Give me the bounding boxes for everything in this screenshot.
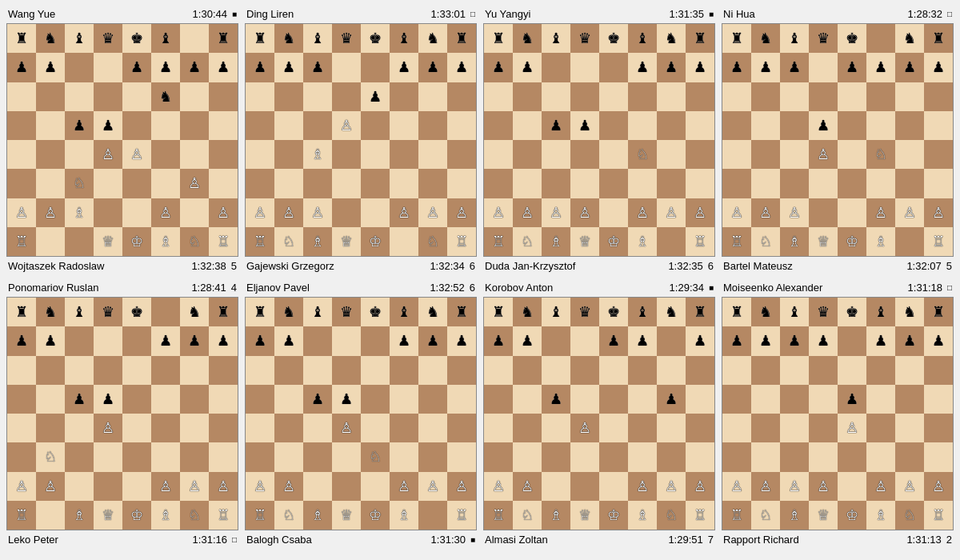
square-1-0: ♟ xyxy=(484,326,513,355)
square-7-5: ♗ xyxy=(151,227,180,256)
square-6-0: ♙ xyxy=(722,472,751,501)
square-4-5: ♘ xyxy=(628,140,657,169)
square-0-4: ♚ xyxy=(838,24,866,53)
square-5-4 xyxy=(599,442,628,471)
square-2-1 xyxy=(36,82,65,111)
game-cell-5: Ponomariov Ruslan1:28:414♜♞♝♛♚♞♜♟♟♟♟♟♟♟♙… xyxy=(6,280,238,547)
square-3-0 xyxy=(246,385,274,414)
square-3-4 xyxy=(599,111,628,140)
square-5-1 xyxy=(751,442,780,471)
square-3-2: ♟ xyxy=(542,111,570,140)
square-6-7: ♙ xyxy=(924,472,953,501)
square-6-3 xyxy=(94,472,122,501)
square-5-5 xyxy=(151,442,180,471)
square-0-3: ♛ xyxy=(94,298,122,326)
square-5-3 xyxy=(809,169,838,198)
square-1-5: ♟ xyxy=(151,326,180,355)
square-1-5: ♟ xyxy=(151,53,180,82)
square-5-2 xyxy=(780,442,809,471)
white-indicator: ■ xyxy=(709,283,714,292)
square-6-7: ♙ xyxy=(447,198,476,227)
square-7-0: ♖ xyxy=(484,501,513,530)
square-1-1: ♟ xyxy=(513,53,542,82)
square-6-4 xyxy=(838,472,866,501)
square-3-5 xyxy=(628,111,657,140)
square-4-3: ♙ xyxy=(570,414,599,442)
square-2-7 xyxy=(447,82,476,111)
square-2-1 xyxy=(274,82,303,111)
square-6-7: ♙ xyxy=(686,472,714,501)
square-7-1: ♘ xyxy=(513,501,542,530)
square-6-1: ♙ xyxy=(751,198,780,227)
square-3-0 xyxy=(722,385,751,414)
square-0-1: ♞ xyxy=(274,24,303,53)
white-player-info: 1:29:34■ xyxy=(670,282,714,294)
square-4-1 xyxy=(36,414,65,442)
black-player-info: 1:31:132 xyxy=(906,534,952,546)
square-4-2 xyxy=(542,140,570,169)
game-header-2: Ding Liren1:33:01□ xyxy=(245,6,477,23)
chess-board: ♜♞♝♛♚♝♞♜♟♟♟♟♟♟♟♙♘♙♙♙♙♙♖♘♗♕♔♗♖ xyxy=(245,297,477,530)
square-3-4: ♟ xyxy=(838,385,866,414)
square-1-0: ♟ xyxy=(246,326,274,355)
square-2-7 xyxy=(447,356,476,385)
chess-board: ♜♞♝♛♚♝♞♜♟♟♟♟♟♟♟♟♙♙♙♙♙♙♙♙♖♘♗♕♔♗♘♖ xyxy=(722,297,954,530)
square-7-6: ♘ xyxy=(180,501,209,530)
game-header-5: Ponomariov Ruslan1:28:414 xyxy=(6,280,238,297)
square-5-7 xyxy=(209,169,238,198)
square-6-0: ♙ xyxy=(246,472,274,501)
square-6-4 xyxy=(361,472,390,501)
square-4-1 xyxy=(513,414,542,442)
square-3-4 xyxy=(122,111,151,140)
square-7-0: ♖ xyxy=(246,227,274,256)
square-3-2 xyxy=(780,111,809,140)
square-5-2: ♘ xyxy=(65,169,94,198)
square-4-5: ♘ xyxy=(866,140,895,169)
square-6-4 xyxy=(122,472,151,501)
square-5-2 xyxy=(542,442,570,471)
square-6-3 xyxy=(570,472,599,501)
square-3-3: ♟ xyxy=(809,111,838,140)
square-2-5 xyxy=(866,356,895,385)
game-cell-8: Moiseenko Alexander1:31:18□♜♞♝♛♚♝♞♜♟♟♟♟♟… xyxy=(722,280,954,547)
square-3-5 xyxy=(390,385,418,414)
square-5-0 xyxy=(7,442,36,471)
square-3-3: ♟ xyxy=(332,385,361,414)
square-7-1: ♘ xyxy=(513,227,542,256)
square-0-7: ♜ xyxy=(209,24,238,53)
square-0-6: ♞ xyxy=(895,24,924,53)
square-5-7 xyxy=(924,442,953,471)
black-moves: 7 xyxy=(708,534,714,546)
square-2-0 xyxy=(246,82,274,111)
square-5-5 xyxy=(866,442,895,471)
chess-board: ♜♞♝♛♚♝♜♟♟♟♟♟♟♞♟♟♙♙♘♙♙♙♗♙♙♖♕♔♗♘♖ xyxy=(6,23,238,257)
square-4-6 xyxy=(657,140,686,169)
square-1-5: ♟ xyxy=(390,53,418,82)
square-0-6: ♞ xyxy=(657,298,686,326)
square-6-1: ♙ xyxy=(274,198,303,227)
white-player-info: 1:31:35■ xyxy=(670,8,714,20)
square-6-4 xyxy=(122,198,151,227)
square-3-4 xyxy=(122,385,151,414)
square-1-3 xyxy=(809,53,838,82)
square-6-0: ♙ xyxy=(7,198,36,227)
square-2-3 xyxy=(94,356,122,385)
square-4-7 xyxy=(924,140,953,169)
square-6-1: ♙ xyxy=(274,472,303,501)
square-1-5: ♟ xyxy=(866,53,895,82)
square-0-7: ♜ xyxy=(924,24,953,53)
square-2-6 xyxy=(180,356,209,385)
square-2-7 xyxy=(924,82,953,111)
square-1-1: ♟ xyxy=(751,326,780,355)
square-0-6: ♞ xyxy=(895,298,924,326)
square-0-0: ♜ xyxy=(722,24,751,53)
square-3-6 xyxy=(180,385,209,414)
square-2-0 xyxy=(7,356,36,385)
black-time: 1:29:51 xyxy=(668,534,702,546)
square-3-1 xyxy=(751,385,780,414)
square-5-5 xyxy=(628,442,657,471)
square-4-1 xyxy=(274,140,303,169)
square-7-1: ♘ xyxy=(751,227,780,256)
square-4-5 xyxy=(866,414,895,442)
square-7-2: ♗ xyxy=(780,501,809,530)
